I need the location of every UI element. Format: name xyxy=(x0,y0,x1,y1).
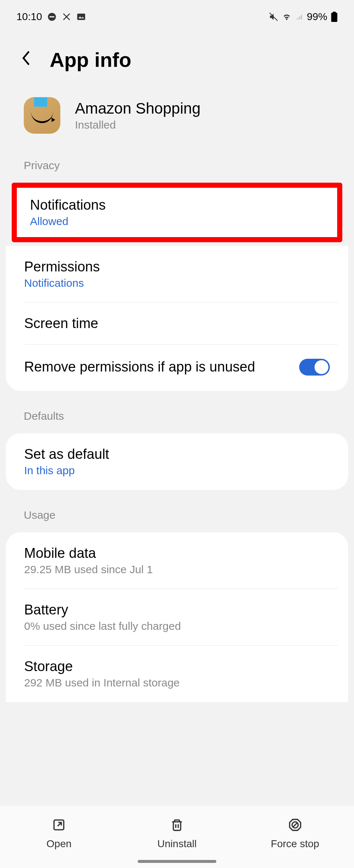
notifications-subtitle: Allowed xyxy=(30,215,324,228)
app-install-status: Installed xyxy=(75,119,200,131)
signal-icon xyxy=(295,13,303,21)
battery-subtitle: 0% used since last fully charged xyxy=(24,620,330,632)
mute-icon xyxy=(269,12,278,22)
svg-rect-1 xyxy=(50,16,54,17)
mobile-data-row[interactable]: Mobile data 29.25 MB used since Jul 1 xyxy=(6,532,348,589)
permissions-subtitle: Notifications xyxy=(24,277,330,289)
app-header: Amazon Shopping Installed xyxy=(0,90,354,152)
svg-line-9 xyxy=(293,823,297,827)
trash-icon xyxy=(169,817,185,833)
remove-permissions-toggle[interactable] xyxy=(299,359,330,376)
mobile-data-subtitle: 29.25 MB used since Jul 1 xyxy=(24,563,330,576)
status-bar: 10:10 99% xyxy=(0,0,354,30)
app-icon xyxy=(24,97,60,134)
battery-percent: 99% xyxy=(307,11,327,23)
notifications-title: Notifications xyxy=(30,197,324,213)
x-icon xyxy=(62,12,71,22)
svg-rect-2 xyxy=(77,14,85,20)
svg-rect-6 xyxy=(333,12,336,13)
uninstall-button[interactable]: Uninstall xyxy=(118,817,236,850)
home-indicator[interactable] xyxy=(138,860,216,863)
storage-row[interactable]: Storage 292 MB used in Internal storage xyxy=(6,646,348,702)
permissions-row[interactable]: Permissions Notifications xyxy=(6,246,348,302)
svg-rect-5 xyxy=(331,13,338,22)
bottom-nav: Open Uninstall Force stop xyxy=(0,806,354,868)
remove-permissions-title: Remove permissions if app is unused xyxy=(24,358,299,376)
open-icon xyxy=(51,817,67,833)
dnd-icon xyxy=(47,12,57,22)
gallery-icon xyxy=(76,12,86,22)
mobile-data-title: Mobile data xyxy=(24,545,330,561)
battery-row[interactable]: Battery 0% used since last fully charged xyxy=(6,589,348,646)
open-label: Open xyxy=(46,838,72,850)
open-button[interactable]: Open xyxy=(0,817,118,850)
wifi-icon xyxy=(282,12,291,22)
app-name: Amazon Shopping xyxy=(75,100,200,117)
uninstall-label: Uninstall xyxy=(157,838,196,850)
remove-permissions-row[interactable]: Remove permissions if app is unused xyxy=(6,344,348,391)
storage-title: Storage xyxy=(24,659,330,674)
status-time: 10:10 xyxy=(16,11,42,23)
page-header: App info xyxy=(0,30,354,90)
notifications-row[interactable]: Notifications Allowed xyxy=(17,188,337,237)
battery-title: Battery xyxy=(24,602,330,618)
set-default-title: Set as default xyxy=(24,446,330,462)
section-header-defaults: Defaults xyxy=(0,403,354,433)
storage-subtitle: 292 MB used in Internal storage xyxy=(24,677,330,689)
screen-time-row[interactable]: Screen time xyxy=(6,302,348,344)
permissions-title: Permissions xyxy=(24,259,330,275)
set-default-subtitle: In this app xyxy=(24,464,330,477)
section-header-privacy: Privacy xyxy=(0,152,354,183)
force-stop-label: Force stop xyxy=(271,838,319,850)
set-default-row[interactable]: Set as default In this app xyxy=(6,433,348,490)
section-header-usage: Usage xyxy=(0,502,354,532)
battery-icon xyxy=(331,12,338,22)
page-title: App info xyxy=(50,48,131,72)
stop-icon xyxy=(287,817,303,833)
force-stop-button[interactable]: Force stop xyxy=(236,817,354,850)
screen-time-title: Screen time xyxy=(24,316,330,331)
notifications-highlight: Notifications Allowed xyxy=(12,183,342,242)
back-button[interactable] xyxy=(20,49,33,71)
